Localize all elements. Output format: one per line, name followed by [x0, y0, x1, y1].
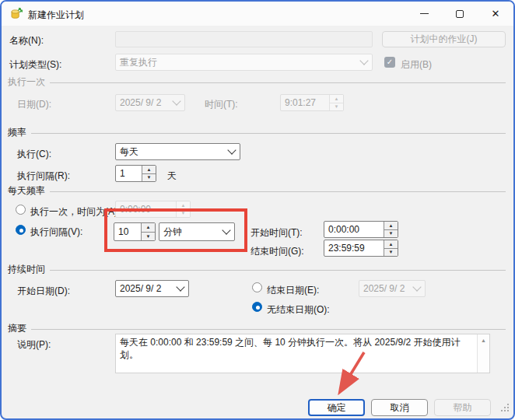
group-one-time: 执行一次 [8, 76, 506, 87]
name-label: 名称(N): [9, 34, 44, 47]
close-icon: ✕ [492, 9, 500, 19]
spin-down-button[interactable]: ▼ [384, 229, 398, 238]
schedule-type-select: 重复执行 [115, 54, 373, 71]
radio-end-date[interactable] [252, 282, 262, 292]
spin-up-button[interactable]: ▲ [384, 240, 398, 248]
titlebar: 新建作业计划 ✕ [2, 2, 513, 26]
highlight-box-annotation [104, 208, 247, 252]
start-date-select[interactable]: 2025/ 9/ 2 [115, 280, 189, 297]
spin-down-button[interactable]: ▼ [142, 173, 156, 182]
help-button: 帮助 [434, 399, 491, 416]
scrollbar[interactable]: ▲ [477, 334, 489, 373]
chevron-down-icon [173, 281, 188, 296]
recurs-label: 执行间隔(R): [17, 170, 70, 183]
group-summary: 摘要 [8, 323, 506, 334]
one-time-date-select: 2025/ 9/ 2 [115, 94, 185, 111]
chevron-down-icon [224, 144, 240, 159]
chevron-down-icon [169, 95, 184, 110]
spin-up-button[interactable]: ▲ [142, 166, 156, 173]
maximize-icon [456, 10, 464, 18]
occurs-label: 执行(C): [17, 148, 51, 161]
schedule-type-label: 计划类型(S): [9, 58, 61, 72]
one-time-time-spinner: 9:01:27 ▲ ▼ [280, 94, 344, 111]
recurs-unit-label: 天 [167, 170, 177, 183]
ok-button[interactable]: 确定 [308, 399, 365, 416]
recurs-every-spinner[interactable]: 1 ▲ ▼ [115, 165, 156, 182]
description-label: 说明(P): [17, 338, 51, 352]
group-frequency: 频率 [8, 127, 506, 138]
jobs-in-schedule-button: 计划中的作业(J) [382, 31, 506, 47]
no-end-date-label: 无结束日期(O): [267, 303, 330, 317]
radio-occurs-every[interactable] [16, 225, 26, 235]
radio-no-end-date[interactable] [252, 302, 262, 312]
maximize-button[interactable] [442, 2, 478, 26]
group-daily-frequency: 每天频率 [8, 185, 506, 196]
enabled-checkbox: ✓ [384, 57, 395, 68]
starting-at-label: 开始时间(T): [250, 226, 303, 240]
chevron-down-icon [409, 281, 425, 296]
occurs-every-label: 执行间隔(V): [30, 226, 82, 239]
ending-at-spinner[interactable]: 23:59:59 ▲ ▼ [324, 240, 398, 257]
description-text: 每天在 0:00:00 和 23:59:59 之间、每 10 分钟执行一次。将从… [116, 334, 477, 373]
chevron-down-icon [356, 54, 372, 70]
scroll-up-icon: ▲ [481, 338, 486, 373]
spin-up-icon: ▲ [330, 95, 343, 103]
arrow-annotation [327, 345, 375, 401]
start-date-label: 开始日期(D): [17, 285, 70, 298]
group-duration: 持续时间 [8, 264, 506, 275]
description-textbox[interactable]: 每天在 0:00:00 和 23:59:59 之间、每 10 分钟执行一次。将从… [115, 334, 490, 373]
occurs-select[interactable]: 每天 [115, 143, 240, 160]
check-icon: ✓ [387, 58, 393, 66]
enabled-label: 启用(B) [401, 58, 432, 72]
cancel-button[interactable]: 取消 [371, 399, 428, 416]
resize-grip-icon[interactable] [501, 404, 510, 415]
starting-at-spinner[interactable]: 0:00:00 ▲ ▼ [324, 221, 398, 238]
name-input [115, 31, 373, 47]
ending-at-label: 结束时间(G): [250, 245, 304, 258]
minimize-icon [420, 13, 429, 15]
new-job-schedule-dialog: 新建作业计划 ✕ 名称(N): 计划中的作业(J) 计划类型(S): 重复执行 … [0, 0, 515, 420]
radio-occurs-once-at[interactable] [16, 205, 26, 215]
date-label: 日期(D): [17, 98, 51, 111]
window-title: 新建作业计划 [28, 9, 84, 22]
job-schedule-icon [10, 7, 23, 23]
time-label: 时间(T): [205, 98, 238, 111]
spin-down-button[interactable]: ▼ [384, 248, 398, 257]
end-date-label: 结束日期(E): [267, 284, 319, 297]
close-button[interactable]: ✕ [478, 2, 513, 26]
spin-up-button[interactable]: ▲ [384, 222, 398, 229]
minimize-button[interactable] [406, 2, 442, 26]
end-date-select: 2025/ 9/ 2 [359, 280, 426, 297]
spin-down-icon: ▼ [330, 103, 343, 111]
